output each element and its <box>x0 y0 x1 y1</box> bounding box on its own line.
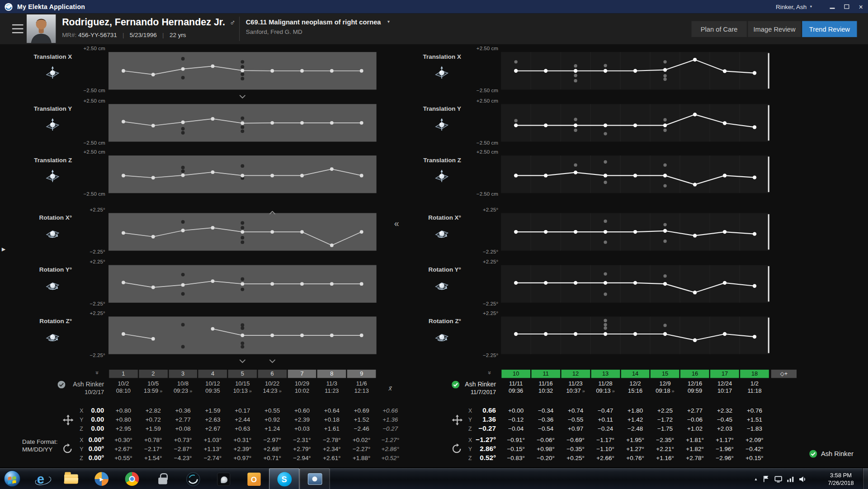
session-value: +0.72 <box>138 416 168 423</box>
y-axis-max-label: +2.50 cm <box>72 149 105 155</box>
taskbar-clock[interactable]: 3:58 PM 7/26/2018 <box>823 471 859 486</box>
translation-axis-icon <box>434 116 450 133</box>
diagnosis-selector[interactable]: C69.11 Malignant neoplasm of right corne… <box>246 18 391 26</box>
tray-volume-icon[interactable] <box>799 475 806 482</box>
session-column-header-1[interactable]: 1 <box>109 370 137 378</box>
session-expander-up-icon[interactable] <box>269 207 276 217</box>
session-column-header-4[interactable]: 4 <box>198 370 227 378</box>
trend-chart-right-rotation-x[interactable] <box>501 213 769 250</box>
taskbar-windows-media-player-icon[interactable]: ▶ <box>86 468 117 489</box>
session-expander-down-icon[interactable] <box>239 355 246 365</box>
trend-chart-left-rotation-x[interactable] <box>108 213 377 250</box>
taskbar-chrome-icon[interactable] <box>117 468 147 489</box>
clock-date: 7/26/2018 <box>823 479 859 486</box>
session-value: −0.04 <box>501 425 531 432</box>
chart-row-label-rotation-y: Rotation Y° <box>389 266 461 273</box>
chart-row-label-rotation-x: Rotation X° <box>0 214 72 221</box>
elekta-logo-icon <box>5 3 13 11</box>
image-review-button[interactable]: Image Review <box>748 21 801 38</box>
session-column-header-6[interactable]: 6 <box>258 370 286 378</box>
trend-chart-right-translation-y[interactable] <box>501 104 769 141</box>
tray-network-icon[interactable] <box>787 475 794 482</box>
trend-chart-right-rotation-y[interactable] <box>501 265 769 303</box>
start-button[interactable] <box>3 470 21 488</box>
trend-chart-right-rotation-z[interactable] <box>501 316 769 354</box>
session-column-header-15[interactable]: 15 <box>651 370 679 378</box>
plan-of-care-button[interactable]: Plan of Care <box>691 21 746 38</box>
minimize-button[interactable] <box>825 0 839 13</box>
session-column-header-13[interactable]: 13 <box>591 370 620 378</box>
session-date: 10/809:23 » <box>168 380 198 395</box>
session-value: −2.96° <box>710 454 740 461</box>
session-column-header-7[interactable]: 7 <box>288 370 316 378</box>
session-value: +2.61° <box>317 454 347 461</box>
translation-axis-icon <box>44 116 61 133</box>
maximize-button[interactable] <box>839 0 854 13</box>
session-value: +2.77 <box>680 407 710 414</box>
session-date: 11/2310:37 » <box>561 380 590 395</box>
trend-chart-left-rotation-y[interactable] <box>108 265 377 303</box>
taskbar-skype-icon[interactable]: S <box>269 468 299 489</box>
session-column-header-9[interactable]: 9 <box>347 370 376 378</box>
taskbar-elekta-window-icon[interactable] <box>299 468 330 489</box>
session-value: −4.23° <box>168 454 198 461</box>
session-value: +0.97 <box>561 425 590 432</box>
y-axis-min-label: −2.50 cm <box>465 191 498 197</box>
session-column-header-10[interactable]: 10 <box>501 370 530 378</box>
session-column-header-11[interactable]: 11 <box>531 370 560 378</box>
session-column-header-17[interactable]: 17 <box>710 370 739 378</box>
show-desktop-button[interactable] <box>863 468 868 489</box>
taskbar-internet-explorer-icon[interactable]: e <box>25 468 56 489</box>
session-value: +2.67 <box>198 425 228 432</box>
collapse-sessions-icon[interactable]: » <box>487 371 494 374</box>
tray-display-icon[interactable] <box>774 475 782 482</box>
axis-letter-x: X <box>468 437 472 444</box>
session-value: +2.79° <box>287 446 317 453</box>
session-column-header-16[interactable]: 16 <box>680 370 709 378</box>
titlebar-user-menu[interactable]: Rinker, Ash ▼ <box>776 3 813 10</box>
add-session-button[interactable]: ◇+ <box>771 370 797 378</box>
taskbar-outlook-icon[interactable]: O <box>239 468 269 489</box>
session-expander-down-icon[interactable] <box>269 355 276 365</box>
reference-value: −0.27 <box>475 425 496 432</box>
clock-time: 3:58 PM <box>823 471 859 479</box>
session-value: +1.24 <box>257 425 287 432</box>
taskbar-file-explorer-icon[interactable] <box>56 468 86 489</box>
session-column-header-3[interactable]: 3 <box>169 370 197 378</box>
session-value: +0.76 <box>740 407 769 414</box>
session-date: 11/311:23 <box>317 380 347 395</box>
table-translation-icon <box>451 414 463 428</box>
session-value: −1.72 <box>650 416 680 423</box>
session-column-header-5[interactable]: 5 <box>228 370 257 378</box>
taskbar-elekta-app-icon[interactable] <box>178 468 208 489</box>
taskbar-dark-app-icon[interactable] <box>208 468 238 489</box>
session-column-header-12[interactable]: 12 <box>561 370 590 378</box>
trend-chart-left-translation-z[interactable] <box>108 155 377 193</box>
patient-age: 22 yrs <box>170 32 186 38</box>
expand-side-panel-arrow[interactable]: ▶ <box>2 246 5 252</box>
rotation-axis-icon <box>44 225 61 242</box>
collapse-sessions-icon[interactable]: » <box>94 371 101 374</box>
collapse-left-panel-button[interactable]: « <box>394 219 399 229</box>
session-value: −0.54 <box>531 425 561 432</box>
y-axis-max-label: +2.25° <box>72 310 105 316</box>
tray-hidden-icons-icon[interactable]: ▲ <box>754 477 758 481</box>
session-column-header-18[interactable]: 18 <box>740 370 769 378</box>
menu-button[interactable] <box>12 24 23 33</box>
rotation-axis-icon <box>44 277 61 294</box>
trend-chart-right-translation-z[interactable] <box>501 155 769 193</box>
trend-chart-left-rotation-z[interactable] <box>108 316 377 354</box>
trend-chart-left-translation-y[interactable] <box>108 104 377 141</box>
table-translation-icon <box>62 414 74 428</box>
trend-chart-right-translation-x[interactable] <box>501 52 769 89</box>
taskbar-security-app-icon[interactable] <box>147 468 178 489</box>
trend-review-button[interactable]: Trend Review <box>802 21 857 38</box>
close-button[interactable]: × <box>854 0 868 13</box>
session-expander-down-icon[interactable] <box>239 91 246 101</box>
session-column-header-14[interactable]: 14 <box>621 370 650 378</box>
session-column-header-2[interactable]: 2 <box>139 370 167 378</box>
translation-axis-icon <box>434 168 450 184</box>
tray-action-flag-icon[interactable] <box>763 475 769 483</box>
trend-chart-left-translation-x[interactable] <box>108 52 377 89</box>
session-column-header-8[interactable]: 8 <box>317 370 346 378</box>
